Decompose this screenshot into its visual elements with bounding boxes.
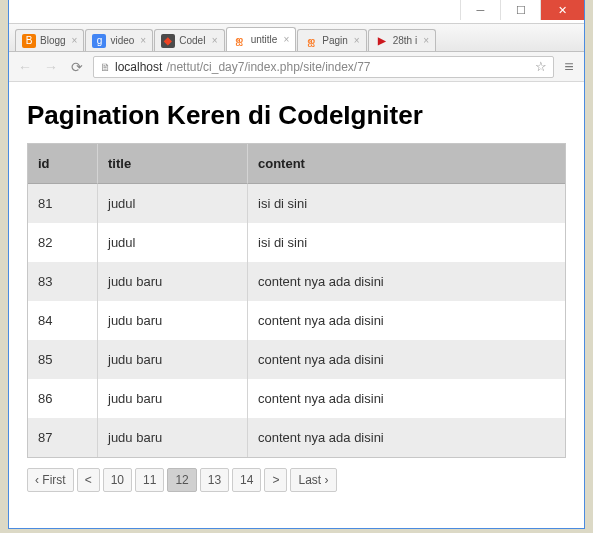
codeigniter-icon: ◆ [161, 34, 175, 48]
browser-tab[interactable]: ஐuntitle× [226, 27, 297, 51]
tab-label: video [110, 35, 134, 46]
tab-label: untitle [251, 34, 278, 45]
page-title: Pagination Keren di CodeIgniter [27, 100, 566, 131]
table-row: 83judu barucontent nya ada disini [28, 262, 565, 301]
toolbar: ← → ⟳ 🗎 localhost/nettut/ci_day7/index.p… [9, 52, 584, 82]
page-first[interactable]: ‹ First [27, 468, 74, 492]
tab-close-icon[interactable]: × [70, 35, 80, 46]
table-header-row: id title content [28, 144, 565, 184]
page-number[interactable]: 14 [232, 468, 261, 492]
minimize-button[interactable]: ─ [460, 0, 500, 20]
cell-title: judu baru [98, 379, 248, 418]
tab-label: Blogg [40, 35, 66, 46]
col-id: id [28, 144, 98, 184]
tab-label: CodeI [179, 35, 206, 46]
page-number[interactable]: 13 [200, 468, 229, 492]
browser-tab[interactable]: ஐPagin× [297, 29, 366, 51]
chrome-menu-button[interactable]: ≡ [560, 58, 578, 76]
page-next[interactable]: > [264, 468, 287, 492]
page-number[interactable]: 12 [167, 468, 196, 492]
cell-content: isi di sini [248, 223, 565, 262]
cell-content: content nya ada disini [248, 262, 565, 301]
table-row: 87judu barucontent nya ada disini [28, 418, 565, 457]
table-row: 82judulisi di sini [28, 223, 565, 262]
browser-tab[interactable]: BBlogg× [15, 29, 84, 51]
cell-content: content nya ada disini [248, 379, 565, 418]
cell-id: 82 [28, 223, 98, 262]
page-last[interactable]: Last › [290, 468, 336, 492]
cell-content: content nya ada disini [248, 418, 565, 457]
cell-content: content nya ada disini [248, 301, 565, 340]
tab-close-icon[interactable]: × [421, 35, 431, 46]
browser-window: ─ ☐ ✕ BBlogg×gvideo×◆CodeI×ஐuntitle×ஐPag… [8, 0, 585, 529]
cell-title: judu baru [98, 340, 248, 379]
tab-close-icon[interactable]: × [138, 35, 148, 46]
tab-label: Pagin [322, 35, 348, 46]
bookmark-star-icon[interactable]: ☆ [535, 59, 547, 74]
tab-close-icon[interactable]: × [210, 35, 220, 46]
pagination: ‹ First < 1011121314 > Last › [27, 468, 566, 492]
blogger-icon: B [22, 34, 36, 48]
forward-button[interactable]: → [41, 57, 61, 77]
cell-title: judul [98, 223, 248, 262]
browser-tab[interactable]: ◆CodeI× [154, 29, 225, 51]
data-table: id title content 81judulisi di sini82jud… [27, 143, 566, 458]
cell-id: 87 [28, 418, 98, 457]
cell-id: 81 [28, 184, 98, 223]
page-icon: 🗎 [100, 61, 111, 73]
address-bar[interactable]: 🗎 localhost/nettut/ci_day7/index.php/sit… [93, 56, 554, 78]
browser-tab[interactable]: ▶28th i× [368, 29, 436, 51]
col-content: content [248, 144, 565, 184]
page-number[interactable]: 10 [103, 468, 132, 492]
cell-content: isi di sini [248, 184, 565, 223]
tab-strip: BBlogg×gvideo×◆CodeI×ஐuntitle×ஐPagin×▶28… [9, 24, 584, 52]
window-titlebar: ─ ☐ ✕ [9, 0, 584, 24]
maximize-button[interactable]: ☐ [500, 0, 540, 20]
page-content: Pagination Keren di CodeIgniter id title… [9, 82, 584, 528]
table-row: 84judu barucontent nya ada disini [28, 301, 565, 340]
back-button[interactable]: ← [15, 57, 35, 77]
tab-close-icon[interactable]: × [352, 35, 362, 46]
cell-id: 83 [28, 262, 98, 301]
page-number[interactable]: 11 [135, 468, 164, 492]
table-row: 86judu barucontent nya ada disini [28, 379, 565, 418]
tab-label: 28th i [393, 35, 417, 46]
cell-content: content nya ada disini [248, 340, 565, 379]
cell-title: judul [98, 184, 248, 223]
cell-title: judu baru [98, 301, 248, 340]
cell-title: judu baru [98, 418, 248, 457]
close-window-button[interactable]: ✕ [540, 0, 584, 20]
reload-button[interactable]: ⟳ [67, 57, 87, 77]
cell-id: 86 [28, 379, 98, 418]
page-prev[interactable]: < [77, 468, 100, 492]
browser-tab[interactable]: gvideo× [85, 29, 153, 51]
table-row: 81judulisi di sini [28, 184, 565, 223]
table-row: 85judu barucontent nya ada disini [28, 340, 565, 379]
xampp-icon: ஐ [304, 34, 318, 48]
cell-id: 84 [28, 301, 98, 340]
cell-title: judu baru [98, 262, 248, 301]
xampp-icon: ஐ [233, 33, 247, 47]
url-path: /nettut/ci_day7/index.php/site/index/77 [166, 60, 370, 74]
tab-close-icon[interactable]: × [281, 34, 291, 45]
cell-id: 85 [28, 340, 98, 379]
col-title: title [98, 144, 248, 184]
youtube-icon: ▶ [375, 34, 389, 48]
google-icon: g [92, 34, 106, 48]
url-host: localhost [115, 60, 162, 74]
